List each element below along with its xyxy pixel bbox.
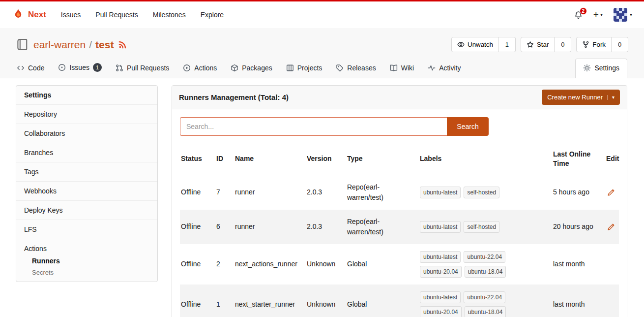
tab-activity[interactable]: Activity [423,59,466,78]
tab-pull-requests[interactable]: Pull Requests [111,59,174,78]
runner-type: Global [342,285,415,317]
label-chip: ubuntu-20.04 [420,266,462,278]
runner-name: next_actions_runner [230,244,302,285]
repo-title-row: earl-warren / test Unwatch 1 [0,37,644,52]
table-header-row: Status ID Name Version Type Labels Last … [180,143,619,175]
table-row: Offline 6 runner 2.0.3 Repo(earl-warren/… [180,210,619,244]
column-header-id: ID [211,143,230,175]
caret-down-icon: ▾ [607,95,615,100]
sidebar-item-deploy-keys[interactable]: Deploy Keys [16,201,157,220]
edit-runner-button[interactable] [606,188,616,197]
rss-feed-button[interactable] [118,40,127,49]
issue-icon [58,63,66,71]
nav-item-issues[interactable]: Issues [61,11,81,19]
runner-labels: ubuntu-latest self-hosted [420,221,513,233]
repo-name-link[interactable]: test [95,39,114,51]
unwatch-label: Unwatch [468,41,493,48]
label-chip: ubuntu-latest [420,187,461,198]
pencil-icon [607,223,615,231]
runner-last-online: 5 hours ago [548,175,601,210]
sidebar-actions-sublist: Runners Secrets [24,257,149,276]
runner-version: 2.0.3 [302,210,342,244]
tab-label: Pull Requests [127,64,169,72]
label-chip: ubuntu-latest [420,291,461,303]
tab-packages[interactable]: Packages [226,59,277,78]
tab-actions[interactable]: Actions [178,59,222,78]
sidebar-item-actions[interactable]: Actions [24,245,149,253]
runner-labels: ubuntu-latest ubuntu-22.04 ubuntu-20.04 … [420,291,513,317]
watch-group: Unwatch 1 [451,37,516,52]
label-chip: ubuntu-18.04 [465,266,506,278]
tab-label: Activity [439,64,461,72]
runner-status: Offline [180,244,211,285]
runner-type: Repo(earl-warren/test) [342,210,415,244]
search-input[interactable] [180,117,447,136]
tab-label: Projects [297,64,322,72]
sidebar-item-runners[interactable]: Runners [32,257,149,265]
sidebar-item-collaborators[interactable]: Collaborators [16,124,157,143]
play-circle-icon [183,64,191,72]
tab-label: Releases [347,64,376,72]
sidebar-item-repository[interactable]: Repository [16,105,157,124]
column-header-version: Version [302,143,342,175]
column-header-name: Name [230,143,302,175]
code-icon [17,64,25,72]
tab-projects[interactable]: Projects [281,59,327,78]
tab-label: Wiki [401,64,414,72]
tab-label: Actions [194,64,217,72]
runner-version: Unknown [302,244,342,285]
tab-wiki[interactable]: Wiki [385,59,419,78]
repo-owner-link[interactable]: earl-warren [33,39,86,51]
sidebar-item-branches[interactable]: Branches [16,143,157,162]
column-header-type: Type [342,143,415,175]
eye-icon [457,41,465,48]
stars-count[interactable]: 0 [555,37,571,52]
nav-item-milestones[interactable]: Milestones [153,11,186,19]
plus-icon: + [593,9,599,20]
search-button[interactable]: Search [447,117,489,136]
sidebar-item-webhooks[interactable]: Webhooks [16,182,157,201]
tab-issues[interactable]: Issues 1 [53,58,106,78]
brand-name: Next [28,10,46,20]
tab-settings[interactable]: Settings [575,59,627,78]
create-runner-button[interactable]: Create new Runner ▾ [542,90,620,105]
forks-count[interactable]: 0 [612,37,628,52]
watchers-count[interactable]: 1 [499,37,516,52]
star-button[interactable]: Star [521,37,555,52]
tab-code[interactable]: Code [12,59,49,78]
sidebar-item-lfs[interactable]: LFS [16,220,157,239]
runner-status: Offline [180,285,211,317]
runners-table: Status ID Name Version Type Labels Last … [180,143,619,317]
runner-type: Repo(earl-warren/test) [342,175,415,210]
label-chip: ubuntu-latest [420,251,461,263]
fork-button[interactable]: Fork [576,37,612,52]
runner-status: Offline [180,175,211,210]
unwatch-button[interactable]: Unwatch [451,37,499,52]
edit-runner-button[interactable] [606,222,616,232]
create-new-menu[interactable]: + ▾ [593,9,603,20]
notifications-button[interactable]: 2 [574,11,583,19]
star-group: Star 0 [521,37,571,52]
sidebar-item-tags[interactable]: Tags [16,162,157,182]
tab-releases[interactable]: Releases [331,59,381,78]
brand-logo[interactable]: Next [12,8,46,21]
star-icon [527,41,534,48]
settings-sidebar: Settings Repository Collaborators Branch… [16,85,158,282]
pencil-icon [607,189,615,196]
sidebar-group-actions: Actions Runners Secrets [16,239,157,282]
main-content: Settings Repository Collaborators Branch… [0,78,644,317]
navbar-right: 2 + ▾ ▾ [574,8,632,22]
repo-icon [16,38,29,51]
runner-name: next_starter_runner [230,285,302,317]
runner-id: 2 [211,244,230,285]
fork-group: Fork 0 [576,37,628,52]
nav-item-explore[interactable]: Explore [201,11,224,19]
runner-last-online: last month [548,285,601,317]
nav-item-pull-requests[interactable]: Pull Requests [95,11,138,19]
runner-labels: ubuntu-latest ubuntu-22.04 ubuntu-20.04 … [420,251,513,278]
notification-badge: 2 [580,7,587,15]
user-menu[interactable]: ▾ [614,8,632,22]
repo-tabs: Code Issues 1 Pull Requests Actions [0,58,644,78]
sidebar-item-secrets[interactable]: Secrets [32,269,149,276]
panel-body: Search Status ID Name Version Type Label… [172,109,627,317]
